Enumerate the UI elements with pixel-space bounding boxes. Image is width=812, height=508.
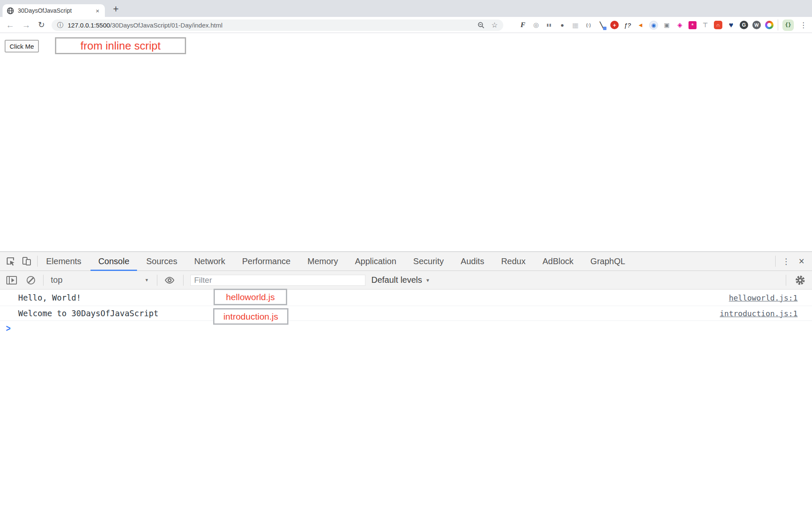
source-link[interactable]: helloworld.js:1 [729, 293, 798, 302]
back-button[interactable]: ← [6, 19, 14, 31]
console-toolbar-divider [183, 275, 184, 286]
tab-audits[interactable]: Audits [452, 252, 493, 271]
devtools-menu-icon[interactable]: ⋮ [776, 257, 797, 266]
annotation-text: introduction.js [223, 312, 278, 322]
devtools-tabbar-right: ⋮ × [775, 252, 812, 271]
context-label: top [51, 275, 63, 285]
console-toolbar: top ▼ Default levels ▼ [0, 271, 812, 290]
fn-help-extension-icon[interactable]: ƒ? [623, 21, 632, 30]
tab-sources[interactable]: Sources [138, 252, 186, 271]
new-tab-button[interactable]: + [110, 3, 122, 15]
tab-strip: 30DaysOfJavaScript × + [0, 0, 812, 17]
console-row: Hello, World! helloworld.js:1 [0, 290, 812, 306]
blocks-extension-icon[interactable]: ⊤ [701, 21, 710, 30]
annotation-helloworld-box: helloworld.js [214, 289, 287, 305]
console-message: Hello, World! [18, 293, 81, 302]
chevron-down-icon: ▼ [425, 278, 430, 283]
devtools-panel: Elements Console Sources Network Perform… [0, 251, 812, 508]
eyedropper-extension-icon[interactable]: ╲ [597, 21, 606, 30]
url-host: 127.0.0.1:5500 [68, 22, 110, 29]
console-toolbar-divider [786, 275, 786, 286]
forward-button[interactable]: → [22, 19, 30, 31]
stop-hand-extension-icon[interactable]: + [610, 21, 619, 29]
source-link[interactable]: introduction.js:1 [720, 309, 798, 318]
annotation-text: helloworld.js [226, 292, 275, 302]
execution-context-dropdown[interactable]: top ▼ [51, 275, 149, 285]
heart-search-extension-icon[interactable]: ♥ [727, 21, 735, 30]
profile-avatar[interactable]: {} [782, 19, 794, 31]
live-expression-eye-icon[interactable] [164, 276, 175, 285]
tab-title: 30DaysOfJavaScript [18, 7, 94, 14]
clear-console-icon[interactable] [27, 276, 35, 284]
inline-script-box: from inline script [55, 37, 186, 54]
camera-extension-icon[interactable]: ▣ [662, 21, 671, 30]
filter-input[interactable] [190, 275, 365, 286]
tab-graphql[interactable]: GraphQL [582, 252, 634, 271]
megaphone-extension-icon[interactable]: ◄ [636, 21, 645, 30]
console-prompt-row[interactable]: > [0, 321, 812, 336]
chevron-down-icon: ▼ [145, 278, 149, 282]
console-message: Welcome to 30DaysOfJavaScript [18, 309, 159, 318]
devtools-tab-bar: Elements Console Sources Network Perform… [0, 252, 812, 271]
levels-label: Default levels [371, 275, 422, 285]
reload-button[interactable]: ↻ [38, 19, 45, 31]
bookmark-star-icon[interactable]: ☆ [491, 21, 498, 30]
toolbar-divider [778, 19, 778, 30]
pink-gear-extension-icon[interactable]: * [689, 21, 697, 29]
url-path: /30DaysOfJavaScript/01-Day/index.html [110, 22, 222, 29]
tab-redux[interactable]: Redux [493, 252, 534, 271]
font-script-extension-icon[interactable]: F [518, 21, 527, 30]
brackets-extension-icon[interactable]: (·) [584, 21, 593, 30]
globe-favicon-icon [7, 7, 14, 14]
extensions-area: F ◎ ▮▮ ● ▦ (·) ╲ + ƒ? ◄ ◉ ▣ ◈ * ⊤ ∩ ♥ G … [518, 19, 809, 31]
site-info-icon[interactable]: ⓘ [57, 21, 63, 29]
rainbow-extension-icon[interactable] [765, 21, 774, 29]
g-circle-extension-icon[interactable]: G [740, 21, 748, 29]
tab-network[interactable]: Network [186, 252, 233, 271]
tab-adblock[interactable]: AdBlock [534, 252, 582, 271]
tab-performance[interactable]: Performance [234, 252, 299, 271]
pink-atom-extension-icon[interactable]: ◈ [675, 21, 684, 30]
close-tab-icon[interactable]: × [94, 7, 101, 14]
bug-extension-icon[interactable]: ● [558, 21, 567, 30]
pause-extension-icon[interactable]: ▮▮ [545, 21, 554, 30]
browser-menu-icon[interactable]: ⋮ [798, 21, 809, 30]
annotation-introduction-box: introduction.js [213, 308, 288, 325]
console-prompt-chevron-icon: > [6, 323, 11, 334]
swirl-extension-icon[interactable]: ◉ [649, 21, 658, 30]
tab-console[interactable]: Console [90, 252, 137, 271]
grid-extension-icon[interactable]: ▦ [571, 21, 580, 30]
atom-extension-icon[interactable]: ◎ [532, 21, 540, 30]
log-levels-dropdown[interactable]: Default levels ▼ [371, 275, 430, 285]
tab-elements[interactable]: Elements [38, 252, 90, 271]
console-toolbar-divider [43, 275, 44, 286]
browser-tab[interactable]: 30DaysOfJavaScript × [3, 4, 105, 17]
devtools-close-icon[interactable]: × [797, 252, 812, 271]
tab-application[interactable]: Application [346, 252, 405, 271]
console-toolbar-right [778, 275, 812, 286]
tab-memory[interactable]: Memory [299, 252, 346, 271]
console-sidebar-toggle-icon[interactable] [6, 276, 17, 284]
console-settings-gear-icon[interactable] [795, 275, 806, 286]
console-row: Welcome to 30DaysOfJavaScript introducti… [0, 306, 812, 321]
inspect-element-icon[interactable] [5, 256, 16, 266]
w-circle-extension-icon[interactable]: W [752, 21, 761, 29]
device-toolbar-icon[interactable] [22, 256, 32, 266]
inline-script-text: from inline script [80, 39, 160, 52]
console-toolbar-divider [157, 275, 157, 286]
zoom-page-icon[interactable] [477, 22, 485, 29]
browser-window: 30DaysOfJavaScript × + ← → ↻ ⓘ 127.0.0.1… [0, 0, 812, 508]
address-bar[interactable]: ⓘ 127.0.0.1:5500 /30DaysOfJavaScript/01-… [52, 19, 503, 31]
tab-security[interactable]: Security [405, 252, 452, 271]
click-me-button[interactable]: Click Me [5, 40, 39, 52]
red-app-extension-icon[interactable]: ∩ [714, 21, 722, 29]
